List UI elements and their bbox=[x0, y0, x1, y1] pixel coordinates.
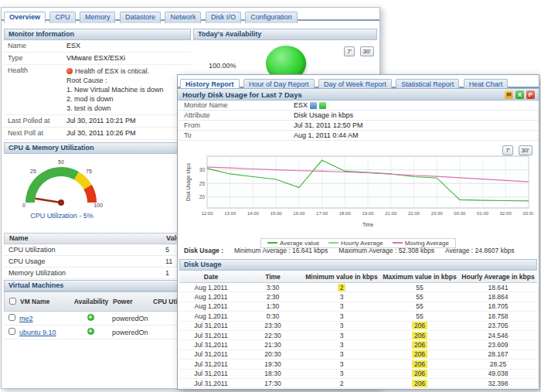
history-report-window: History Report Hour of Day Report Day of… bbox=[177, 74, 539, 390]
disk-usage-column-headers: Date Time Minimum value in kbps Maximum … bbox=[179, 271, 537, 283]
root-cause-item: 1. New Virtual Machine is down bbox=[66, 86, 163, 94]
graph-icon[interactable] bbox=[310, 102, 317, 109]
cell-date: Aug 1,2011 bbox=[179, 302, 243, 310]
monitor-name-value: ESX bbox=[66, 42, 80, 50]
field-label: To bbox=[178, 131, 294, 140]
report-info-rows: Monitor Name ESX Attribute Disk Usage in… bbox=[178, 101, 539, 141]
vm-checkbox[interactable] bbox=[9, 314, 15, 321]
cpu-utilization-link[interactable]: CPU Utilization - 5% bbox=[4, 212, 120, 220]
from-row: From Jul 31, 2011 12:50 PM bbox=[178, 121, 539, 131]
table-row: Jul 31,201119:30320628.25 bbox=[179, 360, 537, 369]
vm-power-state: poweredOn bbox=[112, 315, 152, 322]
svg-text:17:00: 17:00 bbox=[316, 211, 328, 216]
cell-avg: 24.546 bbox=[459, 332, 537, 339]
legend-swatch-icon bbox=[328, 242, 339, 244]
legend-item: Hourly Average bbox=[328, 240, 383, 247]
vm-name-link[interactable]: me2 bbox=[19, 315, 33, 322]
cell-time: 1:30 bbox=[243, 302, 303, 310]
svg-text:21:00: 21:00 bbox=[385, 211, 397, 216]
period-7-button[interactable]: 7' bbox=[344, 46, 355, 56]
maximum-average: Maximum Average : 52.308 kbps bbox=[339, 247, 434, 254]
disk-usage-summary: Disk Usage : Minimum Average : 16.641 kb… bbox=[178, 247, 539, 254]
history-chart-svg: 12:0013:0014:0015:0016:0017:0018:0019:00… bbox=[184, 152, 533, 230]
table-row: Jul 31,201118:30320649.038 bbox=[179, 370, 537, 379]
monitor-information-header: Monitor Information bbox=[4, 29, 191, 40]
monitor-name-row: Monitor Name ESX bbox=[178, 101, 539, 111]
table-row: Jul 31,201120:30320628.167 bbox=[179, 350, 537, 360]
overall-average: Average : 24.8607 kbps bbox=[445, 247, 515, 254]
cell-max: 206 bbox=[380, 341, 459, 349]
name-column-header: Name bbox=[5, 233, 166, 244]
cell-avg: 18.864 bbox=[459, 293, 537, 301]
svg-text:18:00: 18:00 bbox=[339, 211, 352, 216]
section-title: CPU & Memory Utilization bbox=[9, 144, 94, 152]
export-pdf-icon[interactable]: P bbox=[526, 90, 535, 99]
tab-network[interactable]: Network bbox=[165, 12, 201, 23]
vm-name-link[interactable]: ubuntu 9.10 bbox=[19, 329, 56, 336]
cell-min: 3 bbox=[303, 302, 380, 310]
minimum-average: Minimum Average : 16.641 kbps bbox=[234, 247, 328, 254]
svg-text:Disk Usage kbps: Disk Usage kbps bbox=[185, 162, 192, 201]
cell-date: Jul 31,2011 bbox=[179, 322, 243, 329]
export-csv-icon[interactable]: X bbox=[515, 90, 524, 99]
report-title-bar: Hourly Disk Usage for Last 7 Days ✉ X P bbox=[178, 88, 539, 101]
field-label: Health bbox=[8, 66, 66, 113]
cell-avg: 23.705 bbox=[459, 322, 537, 329]
from-value: Jul 31, 2011 12:50 PM bbox=[294, 121, 362, 130]
cell-max: 206 bbox=[380, 380, 459, 387]
gauge-hub bbox=[58, 199, 64, 206]
tab-configuration[interactable]: Configuration bbox=[245, 12, 298, 23]
availability-up-icon bbox=[87, 328, 94, 335]
cell-date: Aug 1,2011 bbox=[179, 284, 243, 291]
svg-text:03:00: 03:00 bbox=[522, 211, 533, 216]
tab-memory[interactable]: Memory bbox=[80, 12, 116, 23]
svg-text:15:00: 15:00 bbox=[270, 211, 283, 216]
tab-disk-io[interactable]: Disk I/O bbox=[206, 12, 241, 23]
cell-max: 55 bbox=[380, 293, 459, 301]
health-value-block: Health of ESX is critical. Root Cause : … bbox=[66, 66, 163, 113]
cell-date: Jul 31,2011 bbox=[179, 370, 243, 377]
select-all-checkbox[interactable] bbox=[9, 298, 16, 305]
table-row: Jul 31,201122:30320624.546 bbox=[179, 331, 537, 340]
cell-min: 3 bbox=[303, 293, 380, 301]
gauge-tick: 25 bbox=[30, 169, 36, 174]
metric-name: CPU Usage bbox=[4, 256, 165, 267]
cell-date: Jul 31,2011 bbox=[179, 332, 243, 339]
availability-column-header: Availability bbox=[70, 298, 113, 305]
cell-date: Jul 31,2011 bbox=[179, 380, 243, 387]
table-row: Jul 31,201117:30220632.398 bbox=[179, 379, 537, 388]
attribute-value: Disk Usage in kbps bbox=[294, 111, 353, 120]
gauge-tick: 100 bbox=[94, 203, 103, 208]
cell-avg: 32.398 bbox=[459, 380, 537, 387]
legend-swatch-icon bbox=[393, 242, 403, 244]
field-label: Monitor Name bbox=[178, 101, 294, 110]
svg-text:30: 30 bbox=[199, 167, 206, 172]
cell-max: 55 bbox=[380, 312, 459, 320]
disk-usage-table-header-bar: Disk Usage bbox=[179, 259, 537, 271]
period-30-button[interactable]: 30' bbox=[360, 46, 374, 56]
legend-item: Moving Average bbox=[393, 240, 449, 247]
svg-text:00:30: 00:30 bbox=[454, 211, 466, 216]
legend-label: Average value bbox=[280, 240, 319, 247]
field-label: Name bbox=[8, 42, 66, 50]
cell-max: 55 bbox=[380, 302, 459, 310]
field-label: Last Polled at bbox=[8, 117, 66, 125]
monitor-type-row: Type VMware ESX/ESXi bbox=[4, 53, 191, 65]
overview-tabstrip: Overview CPU Memory Datastore Network Di… bbox=[2, 8, 379, 21]
tab-cpu[interactable]: CPU bbox=[49, 12, 75, 23]
min-column-header: Minimum value in kbps bbox=[303, 273, 380, 281]
tab-overview[interactable]: Overview bbox=[4, 12, 46, 23]
vm-checkbox[interactable] bbox=[9, 328, 15, 335]
attribute-row: Attribute Disk Usage in kbps bbox=[178, 111, 539, 121]
metric-name: Memory Utilization bbox=[4, 268, 165, 278]
disk-usage-table: Date Time Minimum value in kbps Maximum … bbox=[179, 271, 537, 388]
export-icons: ✉ X P bbox=[505, 90, 535, 99]
cell-min: 3 bbox=[303, 332, 380, 339]
tab-datastore[interactable]: Datastore bbox=[120, 12, 161, 23]
root-cause-item: 2. mod is down bbox=[66, 95, 163, 104]
mail-icon[interactable]: ✉ bbox=[505, 90, 513, 99]
legend-label: Hourly Average bbox=[341, 240, 383, 247]
last-polled-row: Last Polled at Jul 30, 2011 10:21 PM bbox=[4, 115, 191, 128]
cell-avg: 18.705 bbox=[459, 302, 537, 310]
health-status-text: Health of ESX is critical. bbox=[75, 67, 149, 75]
